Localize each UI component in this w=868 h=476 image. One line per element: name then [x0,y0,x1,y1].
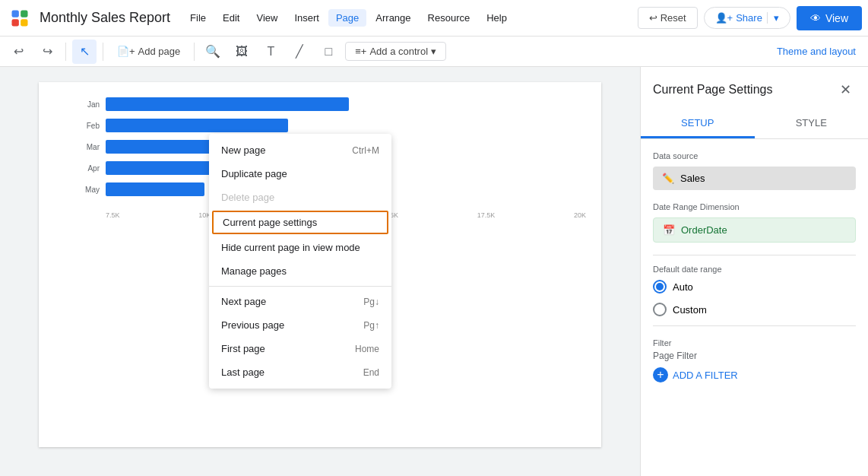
page-filter-label: Page Filter [653,351,856,361]
line-button[interactable]: ╱ [287,40,312,64]
menu-next-page[interactable]: Next page Pg↓ [209,290,391,313]
share-caret-icon: ▾ [767,12,779,24]
menu-arrange[interactable]: Arrange [368,9,418,27]
menu-duplicate-page[interactable]: Duplicate page [209,162,391,186]
default-date-range-label: Default date range [653,265,856,274]
add-page-icon: 📄+ [117,46,135,57]
reset-button[interactable]: ↩ Reset [638,7,698,29]
filter-section: Filter Page Filter + ADD A FILTER [653,338,856,382]
menu-page[interactable]: Page [328,9,366,27]
zoom-icon: 🔍 [205,44,220,59]
shape-icon: □ [325,45,332,59]
menu-first-page[interactable]: First page Home [209,337,391,360]
auto-label: Auto [673,281,693,293]
menu-new-page[interactable]: New page Ctrl+M [209,138,391,162]
text-icon: T [267,45,274,59]
tab-setup[interactable]: SETUP [641,109,755,138]
menu-last-page[interactable]: Last page End [209,360,391,384]
svg-rect-2 [12,19,19,26]
app-logo [6,5,33,32]
panel-close-button[interactable]: ✕ [835,79,856,100]
menu-help[interactable]: Help [479,9,515,27]
toolbar: ↩ ↪ ↖ 📄+ Add page 🔍 🖼 T ╱ □ ≡+ Add a con… [0,36,868,67]
chart-bar-feb [106,119,288,132]
menu-file[interactable]: File [182,9,214,27]
top-bar: Monthly Sales Report File Edit View Inse… [0,0,868,36]
date-range-radio-group: Auto Custom [653,280,856,316]
view-button[interactable]: 👁 View [797,6,862,30]
menu-view[interactable]: View [249,9,285,27]
add-page-button[interactable]: 📄+ Add page [109,43,188,60]
menu-current-page-settings[interactable]: Current page settings [212,211,388,234]
image-icon: 🖼 [236,45,248,59]
control-icon: ≡+ [355,46,366,57]
chart-bar-row: Feb [54,119,586,132]
toolbar-divider-1 [65,43,66,61]
share-button[interactable]: 👤+ Share ▾ [704,7,790,29]
shape-button[interactable]: □ [316,40,341,64]
view-icon: 👁 [810,12,821,24]
pencil-icon: ✏️ [662,173,674,184]
menu-previous-page[interactable]: Previous page Pg↑ [209,313,391,337]
top-bar-right: ↩ Reset 👤+ Share ▾ 👁 View [638,6,862,30]
date-dim-label: Date Range Dimension [653,202,856,211]
date-dim-value: OrderDate [681,224,727,236]
menu-insert[interactable]: Insert [287,9,327,27]
svg-rect-1 [21,10,27,17]
panel-body: Data source ✏️ Sales Date Range Dimensio… [641,139,868,476]
radio-custom[interactable]: Custom [653,303,856,316]
control-caret-icon: ▾ [431,46,436,57]
menu-resource[interactable]: Resource [420,9,478,27]
panel-header: Current Page Settings ✕ [641,67,868,100]
panel-divider-2 [653,325,856,326]
theme-layout-button[interactable]: Theme and layout [771,43,862,60]
radio-custom-circle[interactable] [653,303,667,316]
chart-bar-jan [106,97,349,111]
data-source-label: Data source [653,151,856,160]
right-panel: Current Page Settings ✕ SETUP STYLE Data… [640,67,868,476]
add-filter-button[interactable]: + ADD A FILTER [653,367,738,382]
redo-button[interactable]: ↪ [35,40,59,64]
cursor-icon: ↖ [80,44,90,59]
undo-icon: ↩ [14,44,24,59]
undo-button[interactable]: ↩ [6,40,30,64]
menu-manage-pages[interactable]: Manage pages [209,259,391,283]
menu-hide-current-page[interactable]: Hide current page in view mode [209,236,391,259]
share-icon: 👤+ [715,12,733,24]
panel-divider-1 [653,255,856,255]
main-content: Jan Feb Mar Apr May [0,67,868,476]
chart-bar-apr [106,161,223,175]
panel-title: Current Page Settings [653,83,772,97]
image-button[interactable]: 🖼 [230,40,254,64]
add-filter-icon: + [653,367,668,382]
data-source-chip: ✏️ Sales [653,167,856,190]
document-title: Monthly Sales Report [40,10,170,26]
toolbar-divider-2 [103,43,103,61]
redo-icon: ↪ [43,44,52,59]
radio-auto[interactable]: Auto [653,280,856,294]
tab-style[interactable]: STYLE [755,109,869,138]
toolbar-divider-3 [194,43,195,61]
custom-label: Custom [673,304,707,316]
line-icon: ╱ [296,44,303,59]
dropdown-divider [209,286,391,287]
menu-delete-page: Delete page [209,186,391,209]
chart-bar-row: Jan [54,97,586,111]
data-source-value: Sales [680,173,705,184]
text-button[interactable]: T [258,40,283,64]
calendar-icon: 📅 [663,224,675,236]
menu-edit[interactable]: Edit [215,9,247,27]
page-dropdown-menu: New page Ctrl+M Duplicate page Delete pa… [209,134,391,389]
chart-bar-may [106,182,204,196]
menu-bar: File Edit View Insert Page Arrange Resou… [182,9,515,27]
select-tool-button[interactable]: ↖ [72,40,97,64]
svg-rect-0 [12,10,19,17]
svg-rect-3 [21,19,27,26]
radio-auto-circle[interactable] [653,280,667,294]
date-dim-chip: 📅 OrderDate [653,217,856,243]
zoom-button[interactable]: 🔍 [201,40,225,64]
panel-tabs: SETUP STYLE [641,109,868,139]
filter-label: Filter [653,338,856,347]
add-control-button[interactable]: ≡+ Add a control ▾ [345,42,446,61]
reset-icon: ↩ [649,12,657,24]
